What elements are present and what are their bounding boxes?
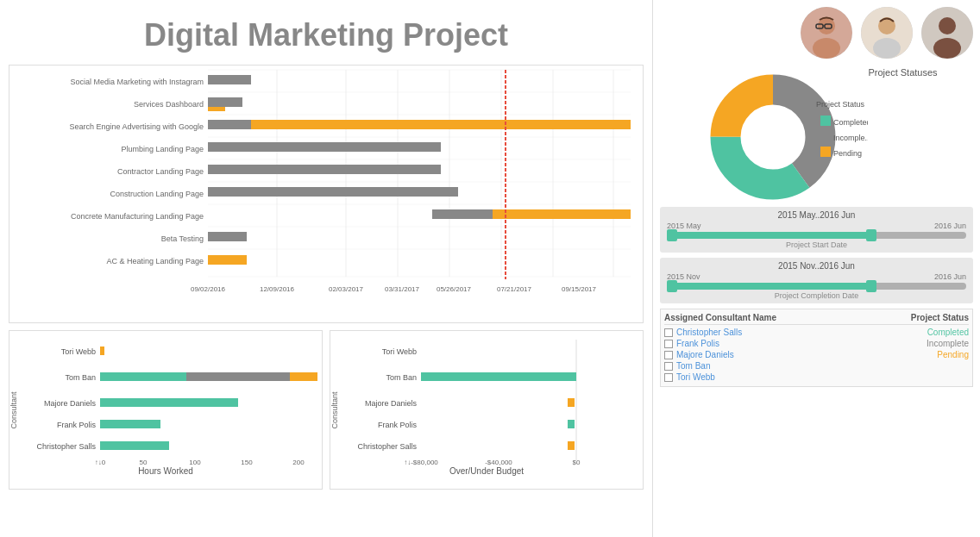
left-panel: Digital Marketing Project Social Media M… <box>0 0 652 537</box>
hours-bar-tom-i <box>186 372 290 381</box>
start-date-range-label: 2015 May..2016 Jun <box>667 210 966 220</box>
budget-x-3: $0 <box>573 459 581 466</box>
gantt-label-7: Concrete Manufacturing Landing Page <box>71 212 204 221</box>
hours-x-0: ↑↓0 <box>95 459 106 466</box>
hours-consultant-3: Majore Daniels <box>44 399 97 408</box>
hours-bar-tori <box>100 347 104 355</box>
hours-consultant-1: Tori Webb <box>61 347 96 356</box>
completion-date-handle-right[interactable] <box>866 280 876 292</box>
budget-consultant-4: Frank Polis <box>378 421 418 429</box>
hours-svg: Tori Webb Tom Ban Majore Daniels Frank P… <box>14 335 317 469</box>
filter-status-0: Completed <box>927 328 969 337</box>
hours-consultant-2: Tom Ban <box>65 373 96 382</box>
gantt-label-1: Social Media Marketing with Instagram <box>70 78 204 86</box>
completion-date-handle-left[interactable] <box>667 280 677 292</box>
gantt-bar-7-incomplete <box>432 209 493 219</box>
gantt-label-5: Contractor Landing Page <box>117 167 204 176</box>
filter-row-0[interactable]: Christopher Salls Completed <box>664 327 969 338</box>
date-label-5: 05/26/2017 <box>437 285 472 293</box>
budget-consultant-3: Majore Daniels <box>365 399 418 408</box>
start-date-handle-left[interactable] <box>667 229 677 241</box>
hours-bar-tom-c <box>100 372 186 381</box>
start-date-sub-label: Project Start Date <box>667 240 966 249</box>
right-panel: Completed Incomple... Pending Project St… <box>652 0 980 537</box>
legend-incomplete-color <box>820 131 831 141</box>
budget-x-1: ↑↓-$80,000 <box>404 459 438 466</box>
filter-check-3[interactable] <box>664 362 673 371</box>
filter-row-4[interactable]: Tori Webb <box>664 372 969 383</box>
filter-row-2[interactable]: Majore Daniels Pending <box>664 349 969 360</box>
budget-chart: Consultant Tori Webb Tom Ban Majore Dani… <box>330 330 644 490</box>
gantt-svg: Social Media Marketing with Instagram Se… <box>9 66 639 311</box>
filter-check-1[interactable] <box>664 340 673 348</box>
budget-bar-majore <box>568 398 575 407</box>
svg-point-25 <box>873 38 901 59</box>
donut-center <box>747 111 799 163</box>
legend-completed-label: Completed <box>833 118 868 127</box>
start-date-bar[interactable] <box>667 232 966 239</box>
filter-check-4[interactable] <box>664 373 673 382</box>
hours-x-50: 50 <box>140 459 148 466</box>
completion-date-sub-label: Project Completion Date <box>667 291 966 300</box>
budget-bar-frank <box>568 420 575 428</box>
filter-name-3: Tom Ban <box>676 361 965 371</box>
gantt-bar-2-pending <box>208 107 225 111</box>
budget-bar-chris <box>568 441 575 450</box>
gantt-bar-9 <box>208 255 247 265</box>
gantt-label-2: Services Dashboard <box>134 100 204 109</box>
completion-date-bar[interactable] <box>667 283 966 290</box>
gantt-bar-5-incomplete <box>208 165 251 174</box>
start-date-slider[interactable]: 2015 May..2016 Jun 2015 May 2016 Jun Pro… <box>660 207 973 253</box>
filter-table-header: Assigned Consultant Name Project Status <box>664 313 969 325</box>
budget-consultant-5: Christopher Salls <box>357 442 417 451</box>
filter-check-0[interactable] <box>664 328 673 337</box>
gantt-label-3: Search Engine Advertising with Google <box>69 122 204 131</box>
gantt-label-6: Construction Landing Page <box>110 190 204 198</box>
gantt-bar-3-pending <box>251 120 631 129</box>
gantt-label-4: Plumbing Landing Page <box>121 145 204 153</box>
start-date-handle-right[interactable] <box>866 229 876 241</box>
filter-table: Assigned Consultant Name Project Status … <box>660 309 973 387</box>
date-label-6: 07/21/2017 <box>497 285 532 293</box>
start-date-right: 2016 Jun <box>934 222 966 230</box>
gantt-label-8: Beta Testing <box>161 234 204 243</box>
main-container: Digital Marketing Project Social Media M… <box>0 0 980 537</box>
avatar-2 <box>861 7 913 59</box>
gantt-bar-8 <box>208 232 247 241</box>
date-label-1: 09/02/2016 <box>191 285 226 293</box>
hours-bar-majore <box>100 398 238 407</box>
budget-consultant-2: Tom Ban <box>386 373 417 382</box>
bottom-charts: Consultant Tori Webb Tom Ban Majore Dani… <box>9 330 644 490</box>
filter-check-2[interactable] <box>664 351 673 359</box>
hours-x-100: 100 <box>189 459 201 466</box>
legend-incomplete-label: Incomple... <box>833 134 868 142</box>
hours-x-200: 200 <box>292 459 305 466</box>
hours-bar-frank <box>100 420 160 428</box>
gantt-bar-4-incomplete <box>208 142 251 152</box>
avatar-3 <box>921 7 973 59</box>
hours-consultant-4: Frank Polis <box>57 421 97 429</box>
completion-date-slider[interactable]: 2015 Nov..2016 Jun 2015 Nov 2016 Jun Pro… <box>660 258 973 303</box>
page-title: Digital Marketing Project <box>9 9 644 58</box>
completion-date-fill <box>667 283 876 290</box>
gantt-bar-6-incomplete <box>208 187 251 197</box>
start-date-fill <box>667 232 876 239</box>
date-label-2: 12/09/2016 <box>260 285 295 293</box>
avatar-row <box>660 7 973 59</box>
legend-pending-color <box>820 147 831 157</box>
hours-bar-chris <box>100 441 169 450</box>
filter-row-1[interactable]: Frank Polis Incomplete <box>664 338 969 349</box>
gantt-label-9: AC & Heating Landing Page <box>106 257 204 265</box>
gantt-bar-6b <box>251 187 458 197</box>
budget-consultant-1: Tori Webb <box>382 347 417 356</box>
filter-status-1: Incomplete <box>927 339 969 348</box>
svg-point-28 <box>933 38 961 59</box>
gantt-bar-5b <box>251 165 441 174</box>
budget-bar-tom <box>421 372 576 381</box>
date-label-7: 09/15/2017 <box>562 285 597 293</box>
budget-y-label: Consultant <box>330 391 339 428</box>
filter-row-3[interactable]: Tom Ban <box>664 360 969 372</box>
filter-name-1: Frank Polis <box>676 339 923 348</box>
svg-point-27 <box>939 17 956 34</box>
filter-col1-header: Assigned Consultant Name <box>664 313 776 322</box>
